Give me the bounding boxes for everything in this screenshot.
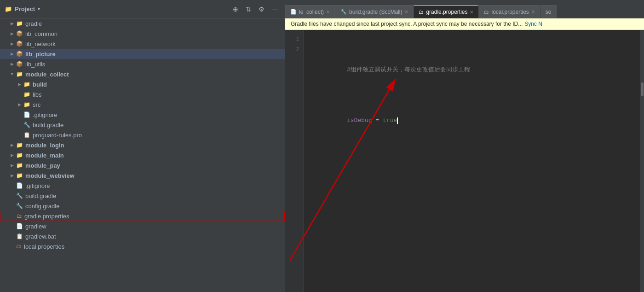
chevron-lib-common: ▶ [9, 31, 15, 36]
tab-label-local-props: local.properties [491, 9, 529, 15]
file-icon-local-properties: 🗂 [16, 243, 22, 250]
chevron-module-webview: ▶ [9, 173, 15, 178]
notification-text: Gradle files have changed since last pro… [291, 21, 523, 27]
tree-item-lib-utils[interactable]: ▶ 📦 lib_utils [0, 59, 285, 69]
dropdown-icon[interactable]: ▾ [38, 6, 40, 12]
line-num-2: 2 [289, 45, 299, 55]
tab-local-properties[interactable]: 🗂 local.properties ✕ [479, 5, 540, 18]
tree-item-module-login[interactable]: ▶ 📁 module_login [0, 140, 285, 150]
tab-label-se: se [546, 9, 552, 15]
scrollbar-thumb[interactable] [641, 82, 644, 96]
chevron-src: ▶ [17, 102, 22, 107]
label-module-webview: module_webview [25, 172, 75, 179]
tree-item-lib-picture[interactable]: ▶ 📦 lib_picture [0, 49, 285, 59]
folder-icon-module-webview: 📁 [16, 172, 23, 179]
sync-icon[interactable]: ⇅ [244, 5, 253, 14]
label-lib-network: lib_network [25, 41, 56, 47]
folder-icon-lib-utils: 📦 [16, 61, 23, 67]
label-gradle: gradle [25, 20, 42, 27]
tree-item-module-collect[interactable]: ▼ 📁 module_collect [0, 69, 285, 79]
editor-area: Gradle files have changed since last pro… [285, 18, 644, 292]
file-icon-root-gitignore: 📄 [16, 182, 23, 189]
chevron-lib-network: ▶ [9, 41, 15, 46]
tree-item-gradlew[interactable]: 📄 gradlew [0, 221, 285, 231]
tab-close-build-gradle[interactable]: ✕ [404, 9, 408, 14]
tab-close-le-collect[interactable]: ✕ [326, 9, 330, 14]
tab-le-collect[interactable]: 📄 le_collect) ✕ [285, 5, 335, 18]
settings-icon[interactable]: ⚙ [257, 5, 266, 14]
label-root-build-gradle: build.gradle [25, 193, 56, 199]
tree-item-libs[interactable]: 📁 libs [0, 89, 285, 99]
label-proguard: proguard-rules.pro [33, 132, 82, 139]
tree-item-module-main[interactable]: ▶ 📁 module_main [0, 150, 285, 160]
tab-icon-le-collect: 📄 [290, 9, 297, 15]
project-title: Project [15, 6, 35, 12]
folder-icon-libs: 📁 [23, 91, 30, 98]
tab-icon-gradle-props: 🗂 [419, 9, 424, 15]
label-build-gradle: build.gradle [33, 122, 63, 128]
tree-item-lib-network[interactable]: ▶ 📦 lib_network [0, 39, 285, 49]
chevron-module-collect: ▼ [9, 72, 15, 76]
label-gradle-properties: gradle.properties [24, 213, 69, 220]
file-icon-build-gradle: 🔧 [23, 122, 30, 128]
tree-item-root-build-gradle[interactable]: 🔧 build.gradle [0, 191, 285, 201]
tree-item-proguard[interactable]: 📋 proguard-rules.pro [0, 130, 285, 140]
label-libs: libs [33, 91, 42, 98]
chevron-module-pay: ▶ [9, 163, 15, 168]
label-src: src [33, 101, 40, 108]
label-gradlew: gradlew [25, 223, 46, 230]
folder-icon-gradle: 📁 [16, 20, 23, 27]
tree-item-src[interactable]: ▶ 📁 src [0, 99, 285, 110]
sync-link[interactable]: Sync N [524, 21, 542, 27]
folder-icon-build: 📁 [23, 81, 30, 88]
editor-scrollbar[interactable] [640, 30, 644, 292]
notification-bar: Gradle files have changed since last pro… [285, 18, 644, 30]
tree-item-build[interactable]: ▶ 📁 build [0, 79, 285, 89]
tree-item-lib-common[interactable]: ▶ 📦 lib_common [0, 29, 285, 39]
folder-icon-module-pay: 📁 [16, 162, 23, 169]
tree-item-root-gitignore[interactable]: 📄 .gitignore [0, 181, 285, 191]
tree-item-gitignore[interactable]: 📄 .gitignore [0, 110, 285, 120]
tab-build-gradle-sccmall[interactable]: 🔧 build.gradle (SccMall) ✕ [335, 5, 413, 18]
file-icon-gradle-properties: 🗂 [17, 213, 22, 219]
label-module-login: module_login [25, 142, 64, 149]
globe-icon[interactable]: ⊕ [231, 5, 240, 14]
code-editor[interactable]: 1 2 #组件独立调试开关，每次更改值后要同步工程 isDebug = true [285, 30, 644, 292]
tree-item-gradle-properties[interactable]: 🗂 gradle.properties [0, 211, 285, 221]
label-gradlew-bat: gradlew.bat [25, 233, 56, 240]
tab-label-build-gradle: build.gradle (SccMall) [349, 9, 402, 15]
folder-icon-module-collect: 📁 [16, 71, 23, 77]
tree-item-local-properties[interactable]: 🗂 local.properties [0, 241, 285, 251]
tab-close-local-props[interactable]: ✕ [531, 9, 535, 14]
minimize-icon[interactable]: — [270, 5, 280, 14]
tree-item-build-gradle[interactable]: 🔧 build.gradle [0, 120, 285, 130]
project-panel-header: 📁 Project ▾ ⊕ ⇅ ⚙ — [0, 5, 285, 14]
file-icon-gradlew-bat: 📋 [16, 233, 23, 239]
chevron-module-main: ▶ [9, 153, 15, 158]
tree-item-gradlew-bat[interactable]: 📋 gradlew.bat [0, 231, 285, 241]
folder-icon-src: 📁 [23, 101, 30, 108]
chevron-libs [17, 92, 22, 97]
code-eq: = [372, 117, 383, 124]
folder-icon-lib-network: 📦 [16, 41, 23, 47]
tree-item-module-pay[interactable]: ▶ 📁 module_pay [0, 160, 285, 170]
tree-item-config-gradle[interactable]: 🔧 config.gradle [0, 201, 285, 211]
folder-icon-module-login: 📁 [16, 142, 23, 148]
tab-icon-build-gradle: 🔧 [340, 9, 347, 15]
label-lib-picture: lib_picture [25, 51, 56, 58]
folder-icon-module-main: 📁 [16, 152, 23, 158]
code-comment-1: #组件独立调试开关，每次更改值后要同步工程 [347, 66, 470, 73]
text-cursor [397, 117, 398, 124]
tree-item-module-webview[interactable]: ▶ 📁 module_webview [0, 170, 285, 181]
tabs-container: 📄 le_collect) ✕ 🔧 build.gradle (SccMall)… [285, 0, 557, 18]
code-content[interactable]: #组件独立调试开关，每次更改值后要同步工程 isDebug = true [304, 30, 640, 292]
chevron-config-gradle [9, 204, 15, 208]
file-icon-config-gradle: 🔧 [16, 203, 23, 209]
tab-gradle-properties[interactable]: 🗂 gradle.properties ✕ [414, 5, 478, 18]
folder-icon: 📁 [5, 6, 12, 12]
tab-close-gradle-props[interactable]: ✕ [470, 10, 473, 15]
chevron-root-build-gradle [9, 193, 15, 198]
tab-se[interactable]: se [540, 5, 557, 18]
top-bar: 📁 Project ▾ ⊕ ⇅ ⚙ — 📄 le_collect) ✕ 🔧 bu… [0, 0, 644, 18]
tree-item-gradle[interactable]: ▶ 📁 gradle [0, 18, 285, 29]
